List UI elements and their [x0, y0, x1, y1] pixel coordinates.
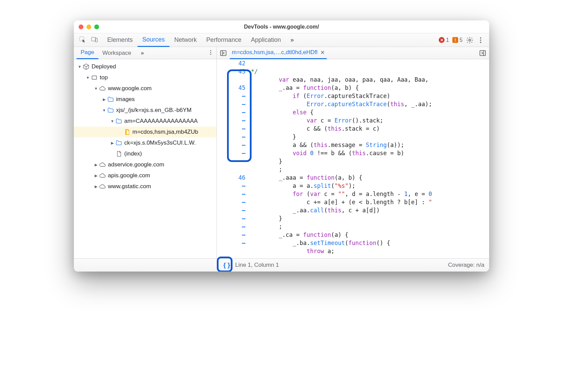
close-tab-icon[interactable]: ✕: [320, 49, 325, 56]
error-icon: ✕: [439, 37, 445, 43]
gutter-line-number[interactable]: –: [217, 157, 245, 165]
warning-count: 5: [460, 37, 463, 43]
gutter-line-number[interactable]: –: [217, 125, 245, 133]
cloud-icon: [99, 172, 106, 179]
device-toolbar-icon[interactable]: [91, 36, 98, 45]
svg-point-6: [480, 42, 481, 43]
editor-tab-active[interactable]: m=cdos,hsm,jsa,…c,dtl0hd,eHDfl ✕: [230, 47, 327, 59]
tree-item-label: www.google.com: [108, 85, 152, 92]
sources-sidebar: Page Workspace » ▼Deployed▼top▼www.googl…: [74, 47, 217, 258]
svg-rect-10: [92, 76, 96, 79]
sidebar-tabs: Page Workspace »: [74, 47, 216, 59]
tree-item-label: adservice.google.com: [108, 161, 164, 168]
cloud-icon: [99, 183, 106, 190]
tree-expand-arrow[interactable]: ▶: [94, 163, 98, 167]
code-view[interactable]: 424345–––––––––46–––––––– */ var eaa, na…: [217, 59, 489, 258]
tree-expand-arrow[interactable]: ▼: [102, 108, 107, 112]
gutter-line-number[interactable]: –: [217, 231, 245, 239]
kebab-menu-icon[interactable]: [477, 36, 484, 44]
tree-expand-arrow[interactable]: ▶: [94, 174, 98, 178]
tree-expand-arrow[interactable]: ▼: [77, 65, 82, 69]
gutter-line-number[interactable]: –: [217, 198, 245, 206]
tree-expand-arrow[interactable]: ▶: [110, 141, 115, 145]
gutter-line-number[interactable]: –: [217, 92, 245, 100]
cloud-icon: [99, 85, 106, 92]
gutter-line-number[interactable]: [217, 76, 245, 84]
tree-item-label: xjs/_/js/k=xjs.s.en_GB.-b6YM: [116, 107, 192, 114]
tree-item-label: Deployed: [92, 63, 116, 70]
minimize-window-button[interactable]: [86, 24, 91, 29]
frame-icon: [91, 74, 98, 81]
close-window-button[interactable]: [79, 24, 83, 29]
error-count-badge[interactable]: ✕ 1: [439, 37, 449, 43]
sidebar-tab-workspace[interactable]: Workspace: [98, 47, 135, 59]
tree-expand-arrow[interactable]: ▼: [85, 76, 90, 80]
tree-row[interactable]: ▼top: [74, 72, 216, 83]
gutter-line-number[interactable]: –: [217, 182, 245, 190]
gutter-line-number[interactable]: –: [217, 100, 245, 108]
tree-row[interactable]: (index): [74, 148, 216, 159]
tab-network[interactable]: Network: [170, 33, 202, 47]
gutter-line-number[interactable]: –: [217, 149, 245, 157]
tree-row[interactable]: m=cdos,hsm,jsa,mb4ZUb: [74, 127, 216, 137]
format-code-button[interactable]: { }: [222, 260, 232, 270]
main-toolbar: Elements Sources Network Performance App…: [74, 33, 489, 47]
error-count: 1: [446, 37, 449, 43]
toggle-debugger-icon[interactable]: [479, 49, 486, 57]
tab-performance[interactable]: Performance: [202, 33, 246, 47]
tree-row[interactable]: ▼am=CAAAAAAAAAAAAAAA: [74, 116, 216, 127]
traffic-lights: [74, 24, 99, 29]
maximize-window-button[interactable]: [94, 24, 99, 29]
inspect-element-icon[interactable]: [79, 36, 86, 45]
tree-row[interactable]: ▶www.gstatic.com: [74, 181, 216, 192]
tree-row[interactable]: ▶apis.google.com: [74, 170, 216, 181]
tree-row[interactable]: ▶ck=xjs.s.0Mx5ys3sCUI.L.W.: [74, 137, 216, 148]
gutter-line-number[interactable]: –: [217, 206, 245, 214]
tab-sources[interactable]: Sources: [138, 33, 170, 47]
tree-item-label: ck=xjs.s.0Mx5ys3sCUI.L.W.: [124, 140, 196, 146]
gutter-line-number[interactable]: [217, 165, 245, 174]
tree-row[interactable]: ▼Deployed: [74, 61, 216, 72]
tree-expand-arrow[interactable]: ▶: [94, 184, 98, 189]
svg-rect-2: [95, 38, 97, 42]
tree-row[interactable]: ▼xjs/_/js/k=xjs.s.en_GB.-b6YM: [74, 105, 216, 116]
file-blank-icon: [115, 150, 122, 157]
gutter-line-number[interactable]: –: [217, 239, 245, 247]
gutter-line-number[interactable]: –: [217, 141, 245, 149]
sidebar-tab-page[interactable]: Page: [77, 47, 98, 59]
line-number-gutter[interactable]: 424345–––––––––46––––––––: [217, 59, 250, 258]
warning-count-badge[interactable]: ! 5: [452, 37, 463, 43]
main-area: Page Workspace » ▼Deployed▼top▼www.googl…: [74, 47, 489, 259]
tree-item-label: (index): [124, 150, 142, 157]
file-tree[interactable]: ▼Deployed▼top▼www.google.com▶images▼xjs/…: [74, 59, 216, 258]
tree-row[interactable]: ▶adservice.google.com: [74, 159, 216, 170]
cloud-icon: [99, 161, 106, 168]
gutter-line-number[interactable]: –: [217, 133, 245, 141]
gutter-line-number[interactable]: 46: [217, 174, 245, 182]
tree-expand-arrow[interactable]: ▶: [102, 97, 107, 102]
tree-row[interactable]: ▶images: [74, 94, 216, 105]
gutter-line-number[interactable]: 45: [217, 84, 245, 92]
gutter-line-number[interactable]: 42: [217, 59, 245, 67]
tab-elements[interactable]: Elements: [102, 33, 138, 47]
gutter-line-number[interactable]: –: [217, 116, 245, 125]
gutter-line-number[interactable]: 43: [217, 67, 245, 76]
toggle-navigator-icon[interactable]: [220, 49, 227, 57]
sidebar-more-tabs[interactable]: »: [136, 47, 148, 59]
gutter-line-number[interactable]: –: [217, 214, 245, 223]
settings-icon[interactable]: [466, 36, 473, 44]
tree-row[interactable]: ▼www.google.com: [74, 83, 216, 94]
devtools-window: DevTools - www.google.com/ Elements Sour…: [74, 20, 489, 272]
tree-expand-arrow[interactable]: ▼: [110, 119, 115, 123]
warning-icon: !: [452, 37, 458, 43]
tree-item-label: top: [100, 74, 108, 81]
gutter-line-number[interactable]: –: [217, 108, 245, 116]
more-tabs-button[interactable]: »: [286, 33, 299, 47]
svg-point-7: [210, 50, 211, 51]
tree-expand-arrow[interactable]: ▼: [94, 86, 98, 91]
gutter-line-number[interactable]: –: [217, 190, 245, 198]
gutter-line-number[interactable]: –: [217, 223, 245, 231]
sidebar-kebab-icon[interactable]: [208, 49, 214, 57]
tab-application[interactable]: Application: [246, 33, 286, 47]
titlebar: DevTools - www.google.com/: [74, 20, 489, 33]
